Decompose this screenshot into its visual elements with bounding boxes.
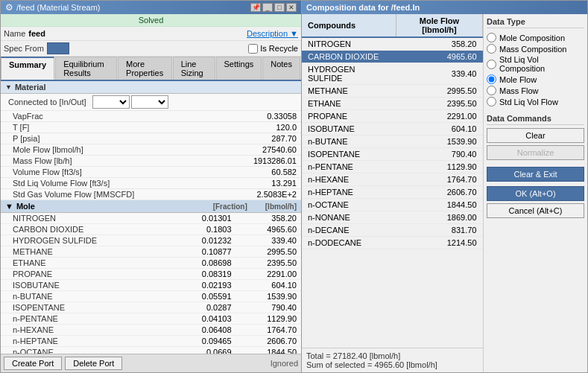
mole-flow: 2995.50 xyxy=(236,246,301,258)
comp-compound: n-DODECANE xyxy=(302,237,396,249)
property-value: 287.70 xyxy=(218,133,301,144)
connected-label: Connected to [In/Out] xyxy=(4,98,86,106)
comp-row[interactable]: ISOBUTANE604.10 xyxy=(302,123,483,136)
comp-compound: n-PENTANE xyxy=(302,161,396,173)
comp-row[interactable]: n-OCTANE1844.50 xyxy=(302,199,483,211)
connected-out-dropdown[interactable] xyxy=(131,95,168,109)
data-type-radio[interactable] xyxy=(487,86,496,95)
mole-row: HYDROGEN SULFIDE0.01232339.40 xyxy=(1,235,301,246)
comp-row[interactable]: NITROGEN358.20 xyxy=(302,37,483,51)
tab-notes[interactable]: Notes xyxy=(262,57,300,80)
data-type-radio[interactable] xyxy=(487,74,496,84)
comp-row[interactable]: PROPANE2291.00 xyxy=(302,110,483,123)
data-type-title: Data Type xyxy=(487,17,584,28)
data-type-option[interactable]: Std Liq Vol Composition xyxy=(487,55,584,73)
mole-row: ISOBUTANE0.02193604.10 xyxy=(1,280,301,291)
clear-button[interactable]: Clear xyxy=(487,128,584,143)
mole-row: ETHANE0.086982395.50 xyxy=(1,258,301,269)
property-value: 0.33058 xyxy=(218,111,301,122)
mole-fraction: 0.01232 xyxy=(171,235,235,246)
data-type-option[interactable]: Mole Flow xyxy=(487,74,584,84)
close-button[interactable]: ✕ xyxy=(286,3,297,12)
material-section-header[interactable]: ▼ Material xyxy=(1,81,301,94)
ok-button[interactable]: OK (Alt+O) xyxy=(487,186,584,201)
connected-in-dropdown[interactable] xyxy=(92,95,130,109)
maximize-button[interactable]: □ xyxy=(274,3,285,12)
comp-value: 1844.50 xyxy=(396,199,482,211)
data-type-radio[interactable] xyxy=(487,97,496,106)
right-panel: Composition data for /feed.In Compounds … xyxy=(302,0,588,373)
comp-row[interactable]: METHANE2995.50 xyxy=(302,85,483,98)
left-win-controls: 📌 _ □ ✕ xyxy=(250,3,297,12)
property-row: Mole Flow [lbmol/h]27540.60 xyxy=(1,144,301,156)
tab-summary[interactable]: Summary xyxy=(1,57,54,80)
delete-port-button[interactable]: Delete Port xyxy=(65,357,122,370)
comp-row[interactable]: ISOPENTANE790.40 xyxy=(302,148,483,161)
content-area: ▼ Material Connected to [In/Out] VapFrac… xyxy=(1,81,301,354)
cancel-button[interactable]: Cancel (Alt+C) xyxy=(487,203,584,218)
clear-exit-button[interactable]: Clear & Exit xyxy=(487,167,584,182)
description-link[interactable]: Description ▼ xyxy=(247,29,298,38)
selected-label: Sum of selected = 4965.60 [lbmol/h] xyxy=(306,360,478,369)
create-port-button[interactable]: Create Port xyxy=(4,357,62,370)
property-value: 27540.60 xyxy=(218,144,301,156)
comp-compound: n-BUTANE xyxy=(302,136,396,148)
mole-section-header[interactable]: ▼ Mole [Fraction] [lbmol/h] xyxy=(1,200,301,213)
spec-row: Spec From Is Recycle xyxy=(1,41,301,57)
mole-fraction: 0.09465 xyxy=(171,336,235,347)
mole-compound: HYDROGEN SULFIDE xyxy=(1,235,171,246)
comp-value: 1539.90 xyxy=(396,136,482,148)
comp-value: 604.10 xyxy=(396,123,482,136)
mole-row: NITROGEN0.01301358.20 xyxy=(1,213,301,224)
solved-bar: Solved xyxy=(1,14,301,27)
data-type-option[interactable]: Mass Flow xyxy=(487,86,584,95)
comp-row[interactable]: HYDROGEN SULFIDE339.40 xyxy=(302,63,483,85)
comp-row[interactable]: n-HEXANE1764.70 xyxy=(302,173,483,186)
mole-fraction: 0.01301 xyxy=(171,213,235,224)
comp-row[interactable]: n-NONANE1869.00 xyxy=(302,211,483,224)
data-type-radio[interactable] xyxy=(487,44,496,54)
comp-compound: CARBON DIOXIDE xyxy=(302,51,396,63)
data-commands: Data Commands Clear Normalize Clear & Ex… xyxy=(487,114,584,220)
data-type-option[interactable]: Mole Composition xyxy=(487,33,584,42)
mole-compound: n-BUTANE xyxy=(1,291,171,302)
comp-row[interactable]: n-HEPTANE2606.70 xyxy=(302,186,483,199)
tab-line-sizing[interactable]: Line Sizing xyxy=(173,57,215,80)
left-title-bar: ⚙ /feed (Material Stream) 📌 _ □ ✕ xyxy=(1,1,301,14)
property-row: Std Liq Volume Flow [ft3/s]13.291 xyxy=(1,178,301,189)
comp-value: 1869.00 xyxy=(396,211,482,224)
minimize-button[interactable]: _ xyxy=(262,3,273,12)
spec-from-dropdown[interactable] xyxy=(47,42,69,54)
comp-row[interactable]: n-DODECANE1214.50 xyxy=(302,237,483,249)
comp-table: Compounds Mole Flow [lbmol/h] NITROGEN35… xyxy=(302,14,483,249)
data-type-option[interactable]: Mass Composition xyxy=(487,44,584,54)
mole-compound: n-HEPTANE xyxy=(1,336,171,347)
tab-settings[interactable]: Settings xyxy=(216,57,262,80)
comp-row[interactable]: CARBON DIOXIDE4965.60 xyxy=(302,51,483,63)
comp-compound: n-NONANE xyxy=(302,211,396,224)
data-type-label: Mass Flow xyxy=(499,86,539,95)
comp-row[interactable]: n-BUTANE1539.90 xyxy=(302,136,483,148)
data-type-label: Mole Flow xyxy=(499,75,537,84)
mole-flow: 1129.90 xyxy=(236,313,301,325)
data-type-radio[interactable] xyxy=(487,60,496,69)
comp-compound: HYDROGEN SULFIDE xyxy=(302,63,396,85)
mole-compound: n-OCTANE xyxy=(1,347,171,354)
comp-row[interactable]: n-PENTANE1129.90 xyxy=(302,161,483,173)
is-recycle: Is Recycle xyxy=(248,44,298,54)
tab-equilibrium[interactable]: Equilibrium Results xyxy=(55,57,117,80)
pin-button[interactable]: 📌 xyxy=(250,3,261,12)
mole-flow: 2395.50 xyxy=(236,258,301,269)
comp-row[interactable]: n-DECANE831.70 xyxy=(302,224,483,237)
mole-row: PROPANE0.083192291.00 xyxy=(1,269,301,280)
comp-compound: PROPANE xyxy=(302,110,396,123)
tab-more-properties[interactable]: More Properties xyxy=(118,57,172,80)
mole-row: n-PENTANE0.041031129.90 xyxy=(1,313,301,325)
mole-compound: ETHANE xyxy=(1,258,171,269)
normalize-button[interactable]: Normalize xyxy=(487,145,584,160)
comp-row[interactable]: ETHANE2395.50 xyxy=(302,98,483,110)
data-type-option[interactable]: Std Liq Vol Flow xyxy=(487,97,584,106)
is-recycle-checkbox[interactable] xyxy=(248,44,258,54)
mole-row: ISOPENTANE0.0287790.40 xyxy=(1,302,301,313)
data-type-radio[interactable] xyxy=(487,33,496,42)
